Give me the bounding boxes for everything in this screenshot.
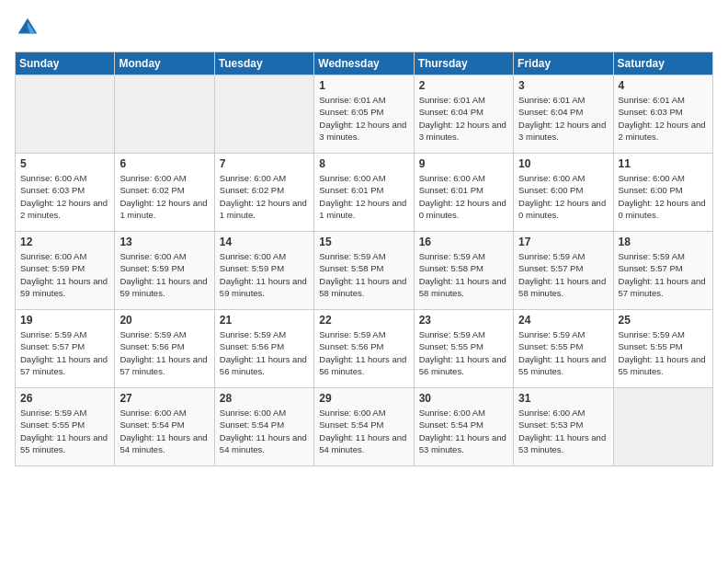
cell-info: Sunrise: 6:00 AM Sunset: 5:54 PM Dayligh… <box>119 407 209 455</box>
calendar-cell: 8Sunrise: 6:00 AM Sunset: 6:01 PM Daylig… <box>314 154 414 232</box>
cell-info: Sunrise: 6:00 AM Sunset: 5:54 PM Dayligh… <box>319 407 408 455</box>
day-number: 13 <box>119 236 209 248</box>
cell-info: Sunrise: 6:00 AM Sunset: 6:01 PM Dayligh… <box>319 172 408 221</box>
cell-info: Sunrise: 5:59 AM Sunset: 5:58 PM Dayligh… <box>419 250 508 299</box>
day-number: 17 <box>518 236 608 248</box>
calendar-cell: 2Sunrise: 6:01 AM Sunset: 6:04 PM Daylig… <box>414 75 513 154</box>
calendar-cell: 22Sunrise: 5:59 AM Sunset: 5:56 PM Dayli… <box>314 310 414 388</box>
column-header-wednesday: Wednesday <box>314 52 414 75</box>
cell-info: Sunrise: 6:00 AM Sunset: 5:54 PM Dayligh… <box>419 407 508 455</box>
calendar-cell: 23Sunrise: 5:59 AM Sunset: 5:55 PM Dayli… <box>414 310 513 388</box>
cell-info: Sunrise: 5:59 AM Sunset: 5:55 PM Dayligh… <box>20 407 109 455</box>
calendar-cell: 31Sunrise: 6:00 AM Sunset: 5:53 PM Dayli… <box>514 388 613 466</box>
calendar-cell: 9Sunrise: 6:00 AM Sunset: 6:01 PM Daylig… <box>414 154 513 232</box>
calendar-cell: 26Sunrise: 5:59 AM Sunset: 5:55 PM Dayli… <box>16 388 115 466</box>
calendar-cell: 16Sunrise: 5:59 AM Sunset: 5:58 PM Dayli… <box>414 232 513 310</box>
day-number: 8 <box>319 157 408 170</box>
cell-info: Sunrise: 6:01 AM Sunset: 6:04 PM Dayligh… <box>419 94 508 143</box>
calendar-cell: 19Sunrise: 5:59 AM Sunset: 5:57 PM Dayli… <box>16 310 115 388</box>
day-number: 15 <box>319 236 408 248</box>
day-number: 9 <box>419 157 508 170</box>
cell-info: Sunrise: 5:59 AM Sunset: 5:55 PM Dayligh… <box>419 328 508 377</box>
calendar-cell: 27Sunrise: 6:00 AM Sunset: 5:54 PM Dayli… <box>115 388 214 466</box>
cell-info: Sunrise: 5:59 AM Sunset: 5:57 PM Dayligh… <box>619 250 708 299</box>
cell-info: Sunrise: 5:59 AM Sunset: 5:55 PM Dayligh… <box>619 328 708 377</box>
calendar-cell: 6Sunrise: 6:00 AM Sunset: 6:02 PM Daylig… <box>115 154 214 232</box>
day-number: 23 <box>419 314 508 327</box>
calendar-cell: 21Sunrise: 5:59 AM Sunset: 5:56 PM Dayli… <box>214 310 313 388</box>
cell-info: Sunrise: 6:00 AM Sunset: 6:00 PM Dayligh… <box>619 172 708 221</box>
day-number: 12 <box>20 236 109 248</box>
calendar-week-3: 12Sunrise: 6:00 AM Sunset: 5:59 PM Dayli… <box>16 232 713 310</box>
cell-info: Sunrise: 5:59 AM Sunset: 5:58 PM Dayligh… <box>319 250 408 299</box>
calendar-week-1: 1Sunrise: 6:01 AM Sunset: 6:05 PM Daylig… <box>16 75 713 154</box>
calendar-cell: 24Sunrise: 5:59 AM Sunset: 5:55 PM Dayli… <box>514 310 613 388</box>
cell-info: Sunrise: 5:59 AM Sunset: 5:56 PM Dayligh… <box>119 328 209 377</box>
calendar-week-2: 5Sunrise: 6:00 AM Sunset: 6:03 PM Daylig… <box>16 154 713 232</box>
day-number: 6 <box>119 157 209 170</box>
cell-info: Sunrise: 5:59 AM Sunset: 5:56 PM Dayligh… <box>319 328 408 377</box>
calendar-cell: 4Sunrise: 6:01 AM Sunset: 6:03 PM Daylig… <box>613 75 712 154</box>
day-number: 2 <box>419 79 508 92</box>
day-number: 27 <box>119 392 209 405</box>
cell-info: Sunrise: 6:00 AM Sunset: 5:59 PM Dayligh… <box>20 250 109 299</box>
day-number: 22 <box>319 314 408 327</box>
cell-info: Sunrise: 5:59 AM Sunset: 5:57 PM Dayligh… <box>518 250 608 299</box>
calendar-cell <box>214 75 313 154</box>
cell-info: Sunrise: 6:01 AM Sunset: 6:03 PM Dayligh… <box>619 94 708 143</box>
calendar-week-5: 26Sunrise: 5:59 AM Sunset: 5:55 PM Dayli… <box>16 388 713 466</box>
calendar-cell: 12Sunrise: 6:00 AM Sunset: 5:59 PM Dayli… <box>16 232 115 310</box>
calendar-cell <box>115 75 214 154</box>
day-number: 24 <box>518 314 608 327</box>
cell-info: Sunrise: 6:00 AM Sunset: 6:01 PM Dayligh… <box>419 172 508 221</box>
column-header-thursday: Thursday <box>414 52 513 75</box>
calendar-cell: 1Sunrise: 6:01 AM Sunset: 6:05 PM Daylig… <box>314 75 414 154</box>
calendar-cell <box>613 388 712 466</box>
calendar-week-4: 19Sunrise: 5:59 AM Sunset: 5:57 PM Dayli… <box>16 310 713 388</box>
cell-info: Sunrise: 6:01 AM Sunset: 6:05 PM Dayligh… <box>319 94 408 143</box>
cell-info: Sunrise: 5:59 AM Sunset: 5:56 PM Dayligh… <box>220 328 309 377</box>
day-number: 29 <box>319 392 408 405</box>
calendar-cell: 29Sunrise: 6:00 AM Sunset: 5:54 PM Dayli… <box>314 388 414 466</box>
day-number: 26 <box>20 392 109 405</box>
day-number: 19 <box>20 314 109 327</box>
calendar-cell: 25Sunrise: 5:59 AM Sunset: 5:55 PM Dayli… <box>613 310 712 388</box>
cell-info: Sunrise: 6:00 AM Sunset: 5:59 PM Dayligh… <box>220 250 309 299</box>
logo <box>15 15 44 40</box>
day-number: 3 <box>518 79 608 92</box>
calendar-cell: 20Sunrise: 5:59 AM Sunset: 5:56 PM Dayli… <box>115 310 214 388</box>
day-number: 11 <box>619 157 708 170</box>
column-header-sunday: Sunday <box>16 52 115 75</box>
day-number: 30 <box>419 392 508 405</box>
page-header <box>15 15 713 40</box>
cell-info: Sunrise: 6:01 AM Sunset: 6:04 PM Dayligh… <box>518 94 608 143</box>
cell-info: Sunrise: 6:00 AM Sunset: 6:02 PM Dayligh… <box>220 172 309 221</box>
calendar-cell: 5Sunrise: 6:00 AM Sunset: 6:03 PM Daylig… <box>16 154 115 232</box>
calendar-table: SundayMondayTuesdayWednesdayThursdayFrid… <box>15 52 713 466</box>
cell-info: Sunrise: 5:59 AM Sunset: 5:57 PM Dayligh… <box>20 328 109 377</box>
column-header-saturday: Saturday <box>613 52 712 75</box>
calendar-cell: 7Sunrise: 6:00 AM Sunset: 6:02 PM Daylig… <box>214 154 313 232</box>
calendar-cell: 14Sunrise: 6:00 AM Sunset: 5:59 PM Dayli… <box>214 232 313 310</box>
logo-icon <box>15 15 40 40</box>
day-number: 25 <box>619 314 708 327</box>
calendar-cell <box>16 75 115 154</box>
calendar-cell: 15Sunrise: 5:59 AM Sunset: 5:58 PM Dayli… <box>314 232 414 310</box>
cell-info: Sunrise: 6:00 AM Sunset: 5:54 PM Dayligh… <box>220 407 309 455</box>
calendar-cell: 10Sunrise: 6:00 AM Sunset: 6:00 PM Dayli… <box>514 154 613 232</box>
day-number: 7 <box>220 157 309 170</box>
calendar-cell: 13Sunrise: 6:00 AM Sunset: 5:59 PM Dayli… <box>115 232 214 310</box>
day-number: 1 <box>319 79 408 92</box>
calendar-cell: 3Sunrise: 6:01 AM Sunset: 6:04 PM Daylig… <box>514 75 613 154</box>
day-number: 31 <box>518 392 608 405</box>
day-number: 5 <box>20 157 109 170</box>
cell-info: Sunrise: 5:59 AM Sunset: 5:55 PM Dayligh… <box>518 328 608 377</box>
calendar-header-row: SundayMondayTuesdayWednesdayThursdayFrid… <box>16 52 713 75</box>
calendar-body: 1Sunrise: 6:01 AM Sunset: 6:05 PM Daylig… <box>16 75 713 466</box>
calendar-cell: 28Sunrise: 6:00 AM Sunset: 5:54 PM Dayli… <box>214 388 313 466</box>
cell-info: Sunrise: 6:00 AM Sunset: 6:03 PM Dayligh… <box>20 172 109 221</box>
calendar-cell: 30Sunrise: 6:00 AM Sunset: 5:54 PM Dayli… <box>414 388 513 466</box>
calendar-cell: 17Sunrise: 5:59 AM Sunset: 5:57 PM Dayli… <box>514 232 613 310</box>
cell-info: Sunrise: 6:00 AM Sunset: 6:00 PM Dayligh… <box>518 172 608 221</box>
cell-info: Sunrise: 6:00 AM Sunset: 6:02 PM Dayligh… <box>119 172 209 221</box>
